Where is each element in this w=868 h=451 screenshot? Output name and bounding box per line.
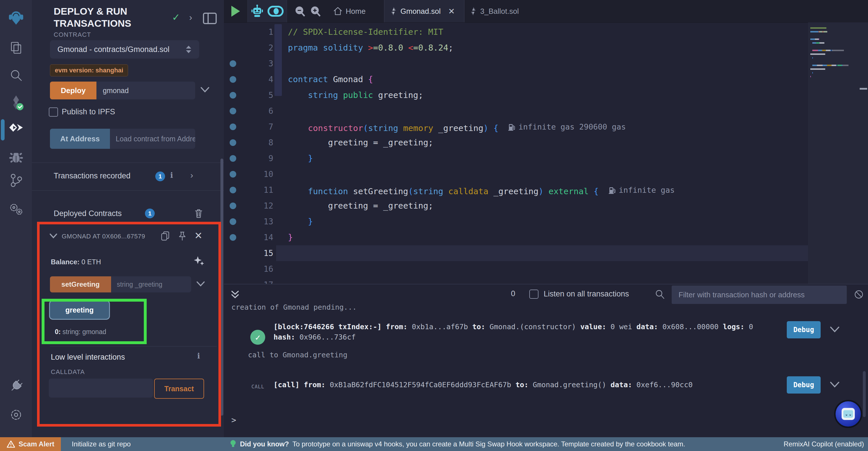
deploy-expand-icon[interactable]	[200, 86, 210, 93]
contract-select[interactable]: Gmonad - contracts/Gmonad.sol	[50, 40, 199, 59]
line-number: 9	[241, 150, 273, 166]
terminal-search-icon[interactable]	[654, 289, 665, 300]
deploy-and-run-icon[interactable]	[0, 122, 32, 138]
gutter-row[interactable]: 6	[224, 103, 276, 119]
debug-button[interactable]: Debug	[787, 321, 820, 338]
log-expand-icon[interactable]	[830, 326, 840, 333]
line-number: 1	[241, 24, 273, 40]
plugin-manager-icon[interactable]	[0, 378, 32, 394]
code-line: constructor(string memory _greeting) {in…	[288, 119, 675, 135]
copilot-status[interactable]: RemixAI Copilot (enabled)	[784, 437, 864, 451]
remix-ai-assistant-button[interactable]	[834, 400, 862, 428]
gutter-row[interactable]: 12	[224, 198, 276, 214]
settings-icon[interactable]	[0, 407, 32, 422]
gutter-row[interactable]: 16	[224, 261, 276, 277]
file-explorer-icon[interactable]	[0, 41, 32, 55]
code-line: }	[288, 150, 675, 166]
gutter-row[interactable]: 13	[224, 214, 276, 229]
gutter-dot-icon	[229, 171, 236, 177]
editor-minimap[interactable]	[808, 22, 868, 284]
code-editor[interactable]: 1234567891011121314151617 // SPDX-Licens…	[224, 22, 868, 284]
code-line	[288, 56, 675, 72]
solidity-file-icon	[390, 7, 397, 16]
transactions-expand-icon[interactable]: ›	[190, 170, 193, 180]
zoom-in-icon[interactable]	[310, 6, 321, 17]
solidity-compiler-icon[interactable]	[0, 95, 32, 111]
line-number: 6	[241, 103, 273, 119]
remix-logo-icon[interactable]	[0, 10, 32, 25]
transactions-info-icon[interactable]: i	[170, 171, 173, 179]
code-line: greeting = _greeting;	[288, 135, 675, 150]
filter-input[interactable]: Filter with transaction hash or address	[672, 285, 847, 304]
listen-checkbox[interactable]	[529, 289, 538, 299]
gutter-row[interactable]: 7	[224, 119, 276, 135]
transactions-recorded-row[interactable]: Transactions recorded 1 i ›	[32, 163, 224, 191]
gutter-row[interactable]: 1	[224, 24, 276, 40]
gutter-row[interactable]: 5	[224, 87, 276, 103]
search-icon[interactable]	[0, 68, 32, 83]
warning-icon	[7, 440, 15, 448]
gutter-row[interactable]: 10	[224, 166, 276, 182]
clear-filter-icon[interactable]	[853, 289, 865, 300]
run-script-button[interactable]	[224, 0, 247, 22]
line-number: 11	[241, 182, 273, 198]
terminal-scrollbar[interactable]	[863, 371, 866, 417]
gutter-row[interactable]: 11	[224, 182, 276, 198]
collapse-terminal-icon[interactable]	[230, 289, 240, 300]
remix-ai-robot-icon[interactable]	[251, 4, 264, 18]
tx-success-icon: ✓	[250, 330, 265, 345]
gutter-row[interactable]: 3	[224, 56, 276, 72]
tab-home-label: Home	[346, 7, 365, 16]
code-line	[288, 103, 675, 119]
tx-log-block[interactable]: [block:7646266 txIndex:-] from: 0xb1a...…	[274, 322, 779, 342]
gutter-row[interactable]: 9	[224, 150, 276, 166]
unit-testing-icon[interactable]	[0, 201, 32, 217]
scam-alert-label: Scam Alert	[19, 440, 55, 448]
panel-forward-icon[interactable]: ›	[189, 12, 192, 23]
at-address-button[interactable]: At Address	[50, 129, 110, 149]
solidity-file-icon	[470, 7, 477, 16]
at-address-input[interactable]: Load contract from Addre	[110, 129, 195, 149]
line-number: 8	[241, 135, 273, 150]
gutter-row[interactable]: 8	[224, 135, 276, 150]
publish-ipfs-checkbox[interactable]	[49, 107, 58, 117]
gutter-row[interactable]: 15	[224, 245, 276, 261]
editor-scrollbar[interactable]	[274, 24, 282, 96]
tab-ballot[interactable]: 3_Ballot.sol	[465, 0, 531, 22]
trash-icon[interactable]	[194, 208, 203, 218]
constructor-arg-input[interactable]: gmonad	[96, 82, 195, 100]
call-log-block[interactable]: [call] from: 0xB1aB62fdFC104512F594fCa0E…	[274, 380, 779, 390]
debugger-icon[interactable]	[0, 150, 32, 165]
editor-gutter[interactable]: 1234567891011121314151617	[224, 24, 276, 284]
scam-alert-button[interactable]: Scam Alert	[0, 437, 61, 451]
terminal-header: 0 Listen on all transactions Filter with…	[224, 284, 868, 305]
gutter-row[interactable]: 4	[224, 72, 276, 87]
zoom-out-icon[interactable]	[294, 6, 306, 17]
git-init-button[interactable]: Initialize as git repo	[72, 437, 131, 451]
editor-tabbar: Home Gmonad.sol ✕ 3_Ballot.sol	[224, 0, 868, 23]
gutter-row[interactable]: 17	[224, 277, 276, 284]
terminal-prompt[interactable]: >	[231, 415, 236, 425]
editor-area: Home Gmonad.sol ✕ 3_Ballot.sol 123456789…	[224, 0, 868, 284]
line-number: 13	[241, 214, 273, 229]
gutter-row[interactable]: 2	[224, 40, 276, 56]
line-number: 5	[241, 87, 273, 103]
deployed-count-badge: 1	[145, 208, 155, 218]
evm-version-badge: evm version: shanghai	[50, 64, 128, 77]
code-line: // SPDX-License-Identifier: MIT	[288, 24, 675, 40]
code-line: greeting = _greeting;	[288, 198, 675, 214]
gutter-dot-icon	[229, 202, 236, 209]
copilot-toggle-icon[interactable]	[268, 5, 284, 17]
pin-panel-icon[interactable]	[203, 12, 217, 24]
tab-close-icon[interactable]: ✕	[448, 7, 455, 16]
tab-home[interactable]: Home	[325, 0, 374, 22]
gutter-dot-icon	[229, 108, 236, 114]
robot-face-icon	[842, 408, 855, 420]
log-expand-icon[interactable]	[830, 381, 840, 388]
code-line: string public greeting;	[288, 87, 675, 103]
git-icon[interactable]	[0, 173, 32, 188]
debug-button[interactable]: Debug	[787, 376, 820, 394]
tab-gmonad[interactable]: Gmonad.sol ✕	[384, 0, 464, 22]
deploy-button[interactable]: Deploy	[50, 82, 96, 100]
gutter-row[interactable]: 14	[224, 229, 276, 245]
